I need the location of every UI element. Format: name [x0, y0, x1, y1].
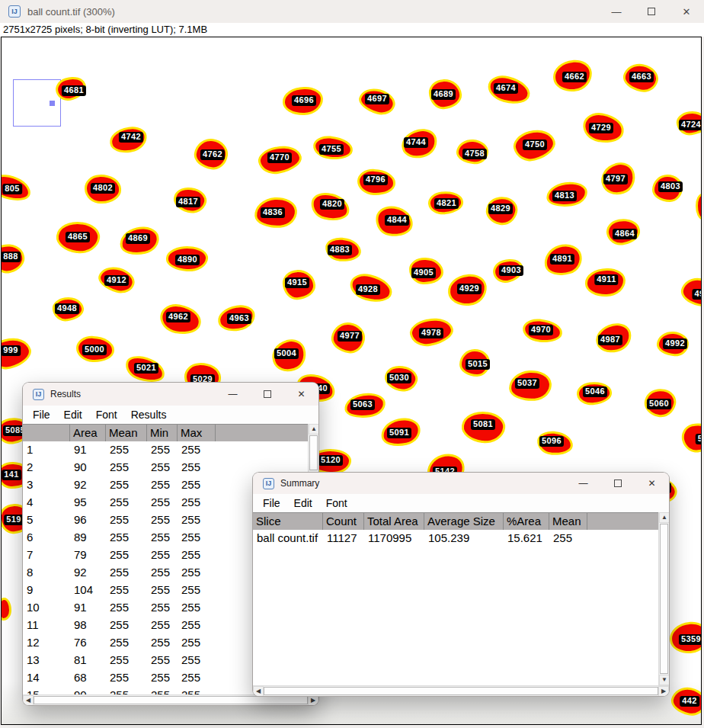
table-cell: 255 [178, 476, 216, 494]
table-cell: 255 [178, 459, 216, 476]
particle-label: 4758 [462, 149, 487, 159]
menu-edit[interactable]: Edit [57, 407, 89, 422]
particle-label: 5063 [350, 399, 375, 410]
summary-table-body: ball count.tif111271170995105.23915.6212… [253, 530, 658, 684]
summary-close-button[interactable]: ✕ [635, 473, 669, 494]
results-hscroll-thumb[interactable] [34, 696, 308, 704]
column-header[interactable]: Slice [253, 513, 323, 530]
menu-file[interactable]: File [256, 495, 287, 511]
results-maximize-button[interactable] [250, 383, 284, 406]
table-cell: 81 [70, 652, 106, 669]
particle-label: 4802 [91, 183, 115, 194]
table-cell: 98 [70, 617, 106, 634]
results-horizontal-scrollbar[interactable]: ◀ ▶ [23, 694, 318, 705]
minimize-button[interactable]: — [599, 0, 634, 23]
particle-label: 4762 [200, 149, 225, 160]
particle-label: 4750 [523, 140, 547, 150]
scroll-down-icon[interactable]: ▼ [659, 675, 669, 685]
table-cell: 255 [178, 494, 216, 512]
table-cell: 255 [147, 652, 178, 669]
results-minimize-button[interactable]: — [216, 383, 250, 406]
table-cell: 255 [147, 669, 178, 687]
particle-label: 4662 [562, 72, 587, 82]
scroll-up-icon[interactable]: ▲ [309, 424, 318, 435]
column-header[interactable]: Average Size [424, 513, 504, 530]
particle-label: 4663 [629, 72, 654, 82]
menu-file[interactable]: File [26, 407, 57, 422]
particle-label: 4929 [457, 284, 482, 294]
table-cell: 2 [23, 459, 70, 476]
table-cell: 255 [106, 599, 147, 617]
particle-label: 4928 [356, 284, 380, 295]
maximize-icon [614, 479, 622, 487]
table-cell: 96 [70, 512, 106, 529]
table-cell: 255 [106, 617, 147, 634]
summary-window[interactable]: IJ Summary — ✕ FileEditFont SliceCountTo… [253, 473, 669, 696]
menu-edit[interactable]: Edit [287, 495, 319, 511]
column-header[interactable]: Mean [549, 513, 587, 530]
table-cell: 255 [178, 512, 216, 529]
table-cell: 1 [23, 441, 70, 459]
maximize-button[interactable] [634, 0, 669, 23]
table-row[interactable]: ball count.tif111271170995105.23915.6212… [253, 530, 658, 547]
summary-vertical-scrollbar[interactable]: ▲ ▼ [658, 512, 669, 685]
table-cell: 4 [23, 494, 70, 512]
title-bar[interactable]: IJ ball count.tif (300%) — ✕ [0, 0, 704, 23]
particle-label: 4978 [419, 328, 443, 338]
table-cell: 9 [23, 582, 70, 599]
particle-label: 4912 [104, 275, 129, 286]
particle-label: 49 [692, 289, 702, 300]
table-cell: 79 [70, 547, 106, 564]
summary-minimize-button[interactable]: — [566, 473, 600, 494]
summary-window-title: Summary [280, 478, 319, 489]
particle-label: 5120 [318, 455, 343, 466]
summary-horizontal-scrollbar[interactable]: ◀ ▶ [253, 685, 669, 696]
scroll-left-icon[interactable]: ◀ [23, 695, 34, 705]
results-title-bar[interactable]: IJ Results — ✕ [23, 383, 318, 406]
column-header[interactable]: Max [178, 425, 216, 441]
menu-results[interactable]: Results [124, 407, 174, 422]
menu-font[interactable]: Font [89, 407, 124, 422]
column-header[interactable]: %Area [504, 513, 549, 530]
scroll-left-icon[interactable]: ◀ [253, 686, 264, 696]
table-cell: 255 [106, 582, 147, 599]
particle-label: 888 [1, 252, 21, 262]
particle-label: 4903 [499, 265, 523, 276]
results-close-button[interactable]: ✕ [284, 383, 318, 406]
column-header[interactable]: Area [70, 425, 106, 441]
column-header[interactable]: Count [323, 513, 364, 530]
table-cell: 255 [178, 652, 216, 669]
particle-label: 4674 [494, 83, 518, 94]
table-cell: 255 [106, 687, 147, 694]
close-button[interactable]: ✕ [669, 0, 704, 23]
column-header[interactable]: Mean [106, 425, 147, 441]
table-cell: 255 [147, 512, 178, 529]
table-cell: 92 [70, 564, 106, 582]
particle-label: 4817 [176, 197, 200, 207]
summary-hscroll-thumb[interactable] [264, 687, 658, 695]
column-header-filler [587, 513, 669, 530]
summary-maximize-button[interactable] [600, 473, 635, 494]
particle-label: 805 [2, 184, 22, 194]
particle-label: 999 [1, 345, 21, 356]
table-cell: 15.621 [504, 530, 549, 547]
menu-font[interactable]: Font [319, 495, 354, 511]
particle-label: 4797 [603, 174, 628, 184]
status-bar: 2751x2725 pixels; 8-bit (inverting LUT);… [0, 23, 704, 37]
summary-vscroll-thumb[interactable] [660, 524, 668, 674]
table-cell: 255 [147, 617, 178, 634]
scroll-up-icon[interactable]: ▲ [659, 512, 669, 523]
imagej-icon: IJ [263, 478, 274, 489]
results-vscroll-thumb[interactable] [309, 435, 318, 470]
particle-label: 4755 [319, 144, 344, 155]
column-header[interactable] [23, 425, 70, 441]
table-cell: 255 [106, 547, 147, 564]
summary-title-bar[interactable]: IJ Summary — ✕ [253, 473, 669, 494]
table-cell: 92 [70, 476, 106, 494]
table-row[interactable]: 191255255255 [23, 441, 308, 459]
column-header[interactable]: Total Area [364, 513, 424, 530]
roi-selection-handle[interactable] [50, 101, 55, 106]
table-cell: 255 [106, 459, 147, 476]
column-header[interactable]: Min [147, 425, 178, 441]
particle-label: 4681 [62, 85, 86, 96]
